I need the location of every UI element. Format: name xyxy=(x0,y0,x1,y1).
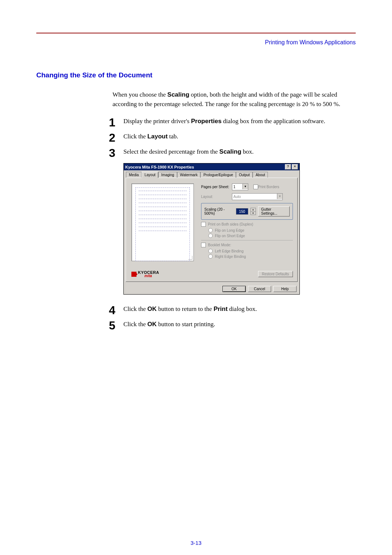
dialog-title-text: Kyocera Mita FS-1900 KX Properties xyxy=(125,165,194,169)
step-4-t3: dialog box. xyxy=(228,305,257,312)
pages-per-sheet-select[interactable]: 1 ▼ xyxy=(232,183,248,190)
scaling-input[interactable]: 150 xyxy=(236,208,248,215)
step-1-t1: Display the printer driver's xyxy=(123,118,191,125)
layout-value: Auto xyxy=(233,195,241,199)
right-binding-radio xyxy=(208,254,213,259)
page-number: 3-13 xyxy=(0,540,392,546)
logo-icon xyxy=(131,272,136,277)
right-binding-label: Right Edge Binding xyxy=(215,255,246,259)
resize-corner-icon xyxy=(188,256,192,260)
flip-long-label: Flip on Long Edge xyxy=(215,228,244,232)
tab-media[interactable]: Media xyxy=(126,172,142,178)
section-title: Changing the Size of the Document xyxy=(36,71,356,79)
tab-output[interactable]: Output xyxy=(236,172,253,178)
flip-short-radio xyxy=(208,234,213,238)
tab-body: Pages per Sheet: 1 ▼ Print Borders Layou… xyxy=(126,178,298,282)
intro-t1: When you choose the xyxy=(113,91,167,98)
properties-dialog: Kyocera Mita FS-1900 KX Properties ? × M… xyxy=(123,163,300,295)
step-4-t1: Click the xyxy=(123,305,147,312)
step-5: 5 Click the OK button to start printing. xyxy=(109,319,356,331)
pages-per-sheet-label: Pages per Sheet: xyxy=(201,185,232,189)
step-3-num: 3 xyxy=(109,146,123,159)
top-rule xyxy=(36,33,356,33)
layout-select: Auto ▼ xyxy=(232,193,283,200)
step-3: 3 Select the desired percentage from the… xyxy=(109,146,356,159)
tab-prologue[interactable]: Prologue/Epilogue xyxy=(200,172,236,178)
help-icon[interactable]: ? xyxy=(285,164,291,170)
intro-b1: Scaling xyxy=(167,91,189,98)
step-4-t2: button to return to the xyxy=(157,305,214,312)
dialog-titlebar: Kyocera Mita FS-1900 KX Properties ? × xyxy=(124,163,299,170)
close-icon[interactable]: × xyxy=(292,164,298,170)
step-1-t2: dialog box from the application software… xyxy=(221,118,325,125)
step-3-t1: Select the desired percentage from the xyxy=(123,148,219,155)
step-5-t1: Click the xyxy=(123,321,147,328)
duplex-checkbox xyxy=(201,222,206,227)
chevron-down-icon[interactable]: ▼ xyxy=(242,184,248,189)
scaling-spinner[interactable]: ▲ ▼ xyxy=(250,208,256,215)
step-3-t2: box. xyxy=(241,148,254,155)
pages-per-sheet-value: 1 xyxy=(233,185,236,189)
flip-long-radio xyxy=(208,228,213,232)
help-button[interactable]: Help xyxy=(273,286,297,292)
flip-short-label: Flip on Short Edge xyxy=(215,234,245,238)
gutter-settings-button[interactable]: Gutter Settings... xyxy=(258,206,290,216)
tab-watermark[interactable]: Watermark xyxy=(177,172,201,178)
step-5-num: 5 xyxy=(109,319,123,331)
ok-button[interactable]: OK xyxy=(222,286,246,292)
tab-about[interactable]: About xyxy=(253,172,268,178)
booklet-row: Booklet Mode: xyxy=(201,243,293,247)
step-5-t2: button to start printing. xyxy=(157,321,215,328)
tab-layout[interactable]: Layout xyxy=(142,172,158,178)
page-preview xyxy=(131,183,194,261)
scaling-label: Scaling (20 - 500%) xyxy=(204,207,234,215)
step-2: 2 Click the Layout tab. xyxy=(109,131,356,143)
step-2-b1: Layout xyxy=(147,133,168,140)
brand-logo: KYOCERA mita xyxy=(131,270,159,278)
layout-label: Layout: xyxy=(201,195,232,199)
step-5-b1: OK xyxy=(147,321,157,328)
restore-defaults-button[interactable]: Restore Defaults xyxy=(258,271,293,277)
step-4: 4 Click the OK button to return to the P… xyxy=(109,304,356,316)
print-borders-checkbox xyxy=(253,185,258,189)
scaling-group: Scaling (20 - 500%) 150 ▲ ▼ Gutter Setti… xyxy=(201,203,293,220)
step-2-t1: Click the xyxy=(123,133,147,140)
left-binding-radio xyxy=(208,249,213,253)
duplex-row: Print on Both sides (Duplex) xyxy=(201,222,293,227)
booklet-checkbox xyxy=(201,243,206,247)
step-1-b1: Properties xyxy=(191,118,221,125)
spinner-down-icon[interactable]: ▼ xyxy=(251,212,256,215)
step-1-num: 1 xyxy=(109,116,123,128)
tab-strip: Media Layout Imaging Watermark Prologue/… xyxy=(124,170,299,178)
step-4-b2: Print xyxy=(213,305,228,312)
chevron-down-icon: ▼ xyxy=(277,194,282,199)
step-4-num: 4 xyxy=(109,304,123,316)
cancel-button[interactable]: Cancel xyxy=(248,286,271,292)
step-2-t2: tab. xyxy=(168,133,178,140)
header-breadcrumb: Printing from Windows Applications xyxy=(36,39,356,46)
duplex-label: Print on Both sides (Duplex) xyxy=(208,222,253,226)
tab-imaging[interactable]: Imaging xyxy=(158,172,177,178)
booklet-label: Booklet Mode: xyxy=(208,243,231,247)
divider xyxy=(201,240,293,240)
left-binding-label: Left Edge Binding xyxy=(215,249,244,253)
print-borders-label: Print Borders xyxy=(258,185,279,189)
step-1: 1 Display the printer driver's Propertie… xyxy=(109,116,356,128)
spinner-up-icon[interactable]: ▲ xyxy=(251,208,256,212)
step-2-num: 2 xyxy=(109,131,123,143)
step-3-b1: Scaling xyxy=(219,148,241,155)
step-4-b1: OK xyxy=(147,305,157,312)
dialog-button-row: OK Cancel Help xyxy=(124,284,299,294)
intro-paragraph: When you choose the Scaling option, both… xyxy=(113,90,356,109)
